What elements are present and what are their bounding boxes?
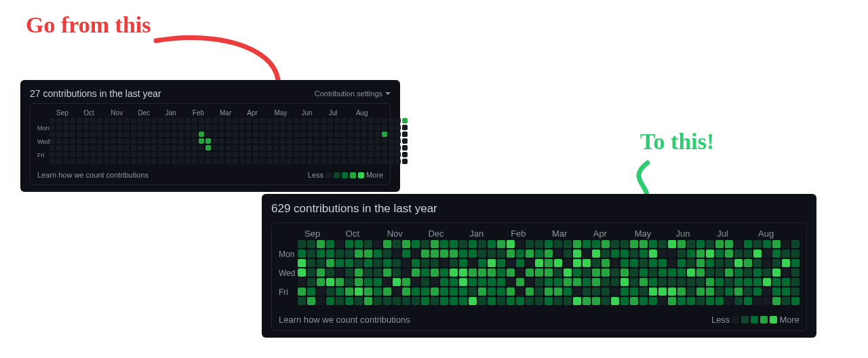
- contribution-cell[interactable]: [355, 250, 363, 258]
- contribution-cell[interactable]: [668, 297, 676, 305]
- contribution-cell[interactable]: [459, 287, 467, 296]
- contribution-cell[interactable]: [459, 250, 467, 258]
- contribution-cell[interactable]: [70, 145, 75, 151]
- contribution-cell[interactable]: [219, 138, 224, 144]
- contribution-cell[interactable]: [393, 240, 401, 248]
- contribution-cell[interactable]: [364, 259, 372, 267]
- contribution-cell[interactable]: [178, 118, 184, 123]
- contribution-cell[interactable]: [185, 132, 191, 137]
- contribution-cell[interactable]: [361, 159, 367, 164]
- contribution-settings-button[interactable]: Contribution settings: [315, 90, 391, 98]
- contribution-cell[interactable]: [668, 278, 676, 286]
- contribution-cell[interactable]: [649, 240, 657, 248]
- contribution-cell[interactable]: [219, 125, 224, 130]
- contribution-cell[interactable]: [497, 278, 505, 286]
- contribution-cell[interactable]: [97, 132, 102, 137]
- contribution-cell[interactable]: [158, 132, 163, 137]
- contribution-cell[interactable]: [583, 240, 591, 248]
- contribution-cell[interactable]: [488, 259, 496, 267]
- contribution-cell[interactable]: [131, 125, 136, 130]
- contribution-cell[interactable]: [239, 118, 245, 123]
- contribution-cell[interactable]: [97, 145, 102, 151]
- contribution-cell[interactable]: [70, 159, 75, 164]
- contribution-cell[interactable]: [715, 297, 724, 305]
- contribution-cell[interactable]: [715, 259, 724, 267]
- contribution-cell[interactable]: [450, 287, 458, 296]
- contribution-cell[interactable]: [185, 145, 191, 151]
- contribution-cell[interactable]: [488, 250, 496, 258]
- contribution-cell[interactable]: [753, 240, 762, 248]
- contribution-cell[interactable]: [639, 259, 648, 267]
- contribution-cell[interactable]: [649, 297, 657, 305]
- contribution-cell[interactable]: [260, 159, 265, 164]
- contribution-cell[interactable]: [83, 138, 89, 144]
- contribution-cell[interactable]: [677, 240, 686, 248]
- contribution-cell[interactable]: [782, 250, 790, 258]
- contribution-cell[interactable]: [763, 250, 771, 258]
- contribution-cell[interactable]: [687, 268, 695, 277]
- contribution-cell[interactable]: [601, 250, 610, 258]
- contribution-cell[interactable]: [497, 259, 505, 267]
- contribution-cell[interactable]: [687, 297, 695, 305]
- contribution-cell[interactable]: [83, 125, 89, 130]
- contribution-cell[interactable]: [321, 118, 326, 123]
- contribution-cell[interactable]: [158, 118, 163, 123]
- contribution-cell[interactable]: [459, 278, 467, 286]
- contribution-cell[interactable]: [300, 138, 306, 144]
- contribution-cell[interactable]: [706, 297, 714, 305]
- contribution-cell[interactable]: [677, 287, 686, 296]
- contribution-cell[interactable]: [431, 240, 439, 248]
- contribution-cell[interactable]: [348, 132, 353, 137]
- contribution-cell[interactable]: [488, 297, 496, 305]
- contribution-cell[interactable]: [321, 125, 326, 130]
- contribution-cell[interactable]: [668, 250, 676, 258]
- contribution-cell[interactable]: [620, 287, 629, 296]
- contribution-cell[interactable]: [375, 159, 380, 164]
- contribution-cell[interactable]: [185, 118, 191, 123]
- contribution-cell[interactable]: [459, 297, 467, 305]
- contribution-cell[interactable]: [341, 138, 347, 144]
- contribution-cell[interactable]: [374, 278, 382, 286]
- contribution-cell[interactable]: [345, 278, 353, 286]
- contribution-cell[interactable]: [300, 159, 306, 164]
- contribution-cell[interactable]: [734, 240, 743, 248]
- contribution-cell[interactable]: [364, 250, 372, 258]
- contribution-cell[interactable]: [782, 287, 790, 296]
- contribution-cell[interactable]: [382, 125, 387, 130]
- contribution-cell[interactable]: [412, 287, 420, 296]
- contribution-cell[interactable]: [630, 259, 638, 267]
- contribution-cell[interactable]: [124, 145, 130, 151]
- contribution-cell[interactable]: [677, 250, 686, 258]
- contribution-cell[interactable]: [321, 132, 326, 137]
- contribution-cell[interactable]: [345, 297, 353, 305]
- contribution-cell[interactable]: [744, 240, 752, 248]
- contribution-cell[interactable]: [478, 268, 486, 277]
- learn-link[interactable]: Learn how we count contributions: [37, 171, 149, 179]
- contribution-cell[interactable]: [199, 159, 204, 164]
- contribution-cell[interactable]: [554, 287, 562, 296]
- contribution-cell[interactable]: [111, 152, 116, 157]
- contribution-cell[interactable]: [131, 145, 136, 151]
- contribution-cell[interactable]: [535, 268, 543, 277]
- contribution-cell[interactable]: [497, 287, 505, 296]
- contribution-cell[interactable]: [90, 125, 96, 130]
- contribution-cell[interactable]: [165, 145, 170, 151]
- contribution-cell[interactable]: [212, 132, 218, 137]
- contribution-cell[interactable]: [469, 259, 477, 267]
- contribution-cell[interactable]: [151, 145, 157, 151]
- contribution-cell[interactable]: [393, 250, 401, 258]
- contribution-cell[interactable]: [592, 240, 600, 248]
- contribution-cell[interactable]: [158, 138, 163, 144]
- contribution-cell[interactable]: [260, 125, 265, 130]
- contribution-cell[interactable]: [763, 240, 771, 248]
- contribution-cell[interactable]: [478, 287, 486, 296]
- contribution-cell[interactable]: [706, 278, 714, 286]
- contribution-cell[interactable]: [328, 159, 333, 164]
- contribution-cell[interactable]: [554, 268, 562, 277]
- contribution-cell[interactable]: [421, 297, 429, 305]
- contribution-cell[interactable]: [687, 250, 695, 258]
- contribution-cell[interactable]: [620, 240, 629, 248]
- contribution-cell[interactable]: [772, 268, 781, 277]
- contribution-cell[interactable]: [294, 152, 299, 157]
- contribution-cell[interactable]: [402, 287, 410, 296]
